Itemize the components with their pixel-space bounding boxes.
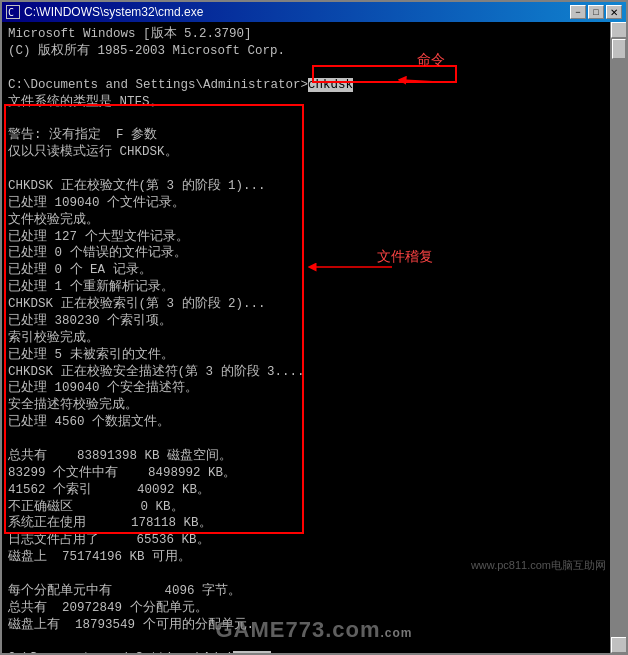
- file-annotation: 文件稽复: [377, 247, 433, 266]
- command-annotation: 命令: [417, 50, 445, 69]
- title-buttons: − □ ✕: [570, 5, 622, 19]
- maximize-button[interactable]: □: [588, 5, 604, 19]
- scroll-down-button[interactable]: ▼: [611, 637, 626, 653]
- scroll-thumb[interactable]: [612, 39, 626, 59]
- close-button[interactable]: ✕: [606, 5, 622, 19]
- bottom-watermark: GAME773.com.com: [215, 615, 412, 645]
- cmd-content[interactable]: Microsoft Windows [版本 5.2.3790] (C) 版权所有…: [2, 22, 626, 653]
- svg-line-2: [402, 80, 437, 82]
- scroll-track: [611, 38, 626, 637]
- svg-text:C: C: [8, 7, 14, 18]
- title-text: C:\WINDOWS\system32\cmd.exe: [24, 5, 203, 19]
- cmd-icon: C: [6, 5, 20, 19]
- title-bar-left: C C:\WINDOWS\system32\cmd.exe: [6, 5, 203, 19]
- scroll-up-button[interactable]: ▲: [611, 22, 626, 38]
- cmd-window: C C:\WINDOWS\system32\cmd.exe − □ ✕ Micr…: [0, 0, 628, 655]
- title-bar: C C:\WINDOWS\system32\cmd.exe − □ ✕: [2, 2, 626, 22]
- watermark: www.pc811.com电脑互助网: [471, 558, 606, 573]
- minimize-button[interactable]: −: [570, 5, 586, 19]
- scrollbar[interactable]: ▲ ▼: [610, 22, 626, 653]
- output-highlight-box: [4, 104, 304, 534]
